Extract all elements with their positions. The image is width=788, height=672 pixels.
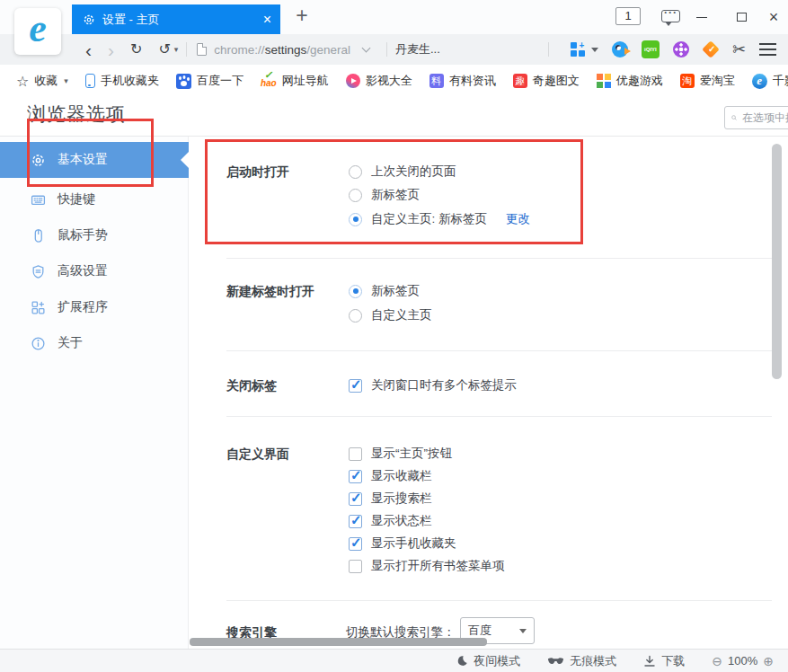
horizontal-scrollbar-thumb[interactable] bbox=[190, 638, 487, 646]
section-divider bbox=[226, 416, 772, 417]
titlebar: e 设置 - 主页 × + 1 × bbox=[0, 0, 788, 34]
checkbox-icon[interactable] bbox=[349, 560, 362, 573]
screenshot-scissors-icon[interactable]: ✂ bbox=[732, 41, 746, 57]
change-homepage-link[interactable]: 更改 bbox=[506, 212, 530, 226]
bookmark-video[interactable]: 影视大全 bbox=[346, 73, 412, 89]
bookmark-baidu[interactable]: 百度一下 bbox=[176, 73, 243, 89]
zoom-in-button[interactable]: ⊕ bbox=[763, 654, 774, 668]
option-label: 自定义主页 bbox=[371, 308, 432, 323]
bookmarks-bar: ☆ 收藏 ▾ 手机收藏夹 百度一下 hao 网址导航 影视大全 料 有料资讯 趣… bbox=[0, 65, 788, 97]
checkbox-show-bookmarks-bar[interactable]: 显示收藏栏 bbox=[349, 469, 432, 483]
search-box-text[interactable]: 丹麦生... bbox=[395, 41, 440, 57]
checkbox-show-open-all-bookmarks[interactable]: 显示打开所有书签菜单项 bbox=[349, 559, 505, 573]
play-icon bbox=[346, 74, 360, 88]
sidebar-item-mouse-gestures[interactable]: 鼠标手势 bbox=[0, 217, 189, 253]
back-button[interactable]: ‹ bbox=[85, 40, 92, 59]
checkbox-show-home-button[interactable]: 显示“主页”按钮 bbox=[349, 447, 452, 461]
radio-option-new-tab-page[interactable]: 新标签页 bbox=[349, 188, 420, 202]
incognito-label: 无痕模式 bbox=[570, 653, 616, 669]
section-label-custom-ui: 自定义界面 bbox=[226, 447, 289, 461]
sidebar-item-label: 基本设置 bbox=[58, 152, 108, 168]
checkbox-icon-checked[interactable] bbox=[349, 515, 362, 528]
minimize-button[interactable] bbox=[685, 0, 719, 34]
tab-close-icon[interactable]: × bbox=[263, 13, 271, 27]
apps-dropdown-caret[interactable] bbox=[591, 48, 598, 52]
favorites-button[interactable]: ☆ 收藏 ▾ bbox=[16, 73, 68, 90]
checkbox-icon-checked[interactable] bbox=[349, 537, 362, 551]
iqiyi-extension-icon[interactable]: iQIYI bbox=[642, 40, 660, 58]
settings-search-input[interactable]: 在选项中搜索 bbox=[724, 106, 788, 129]
checkbox-icon-checked[interactable] bbox=[349, 379, 362, 393]
toolbar-separator bbox=[548, 42, 549, 57]
sidebar-item-shortcuts[interactable]: 快捷键 bbox=[0, 181, 189, 217]
sidebar-item-extensions[interactable]: 扩展程序 bbox=[0, 289, 189, 325]
tab-count-badge[interactable]: 1 bbox=[615, 7, 641, 25]
bookmark-label: 手机收藏夹 bbox=[101, 73, 159, 89]
address-bar[interactable]: chrome://settings/general bbox=[214, 43, 350, 57]
option-label: 关闭窗口时有多个标签提示 bbox=[371, 378, 517, 393]
checkbox-icon-checked[interactable] bbox=[349, 492, 362, 506]
parrot-extension-icon[interactable] bbox=[612, 41, 628, 57]
checkbox-show-search-bar[interactable]: 显示搜索栏 bbox=[349, 491, 432, 506]
qu-badge-icon: 趣 bbox=[513, 74, 527, 88]
new-tab-button[interactable]: + bbox=[289, 4, 314, 28]
bookmark-qianying[interactable]: e 千影9块9包邮 bbox=[752, 73, 788, 89]
checkbox-icon-checked[interactable] bbox=[349, 470, 362, 483]
incognito-mode-toggle[interactable]: 无痕模式 bbox=[547, 653, 616, 669]
apps-grid-icon[interactable]: + bbox=[571, 42, 585, 57]
undo-dropdown-caret[interactable]: ▾ bbox=[174, 45, 179, 54]
bookmark-games[interactable]: 优趣游戏 bbox=[597, 73, 663, 89]
favorites-dropdown-caret[interactable]: ▾ bbox=[64, 76, 68, 85]
radio-option-newtab-newtabpage[interactable]: 新标签页 bbox=[349, 284, 420, 298]
sidebar-item-about[interactable]: 关于 bbox=[0, 325, 189, 361]
address-dropdown-icon[interactable] bbox=[362, 44, 371, 53]
bookmark-hao123[interactable]: hao 网址导航 bbox=[261, 73, 329, 89]
color-grid-icon bbox=[597, 74, 611, 88]
active-tab[interactable]: 设置 - 主页 × bbox=[72, 4, 280, 34]
maximize-button[interactable] bbox=[724, 0, 758, 34]
checkbox-multi-tab-warning[interactable]: 关闭窗口时有多个标签提示 bbox=[349, 378, 517, 393]
radio-icon[interactable] bbox=[349, 165, 362, 179]
selected-engine-label: 百度 bbox=[468, 623, 491, 639]
bookmark-label: 优趣游戏 bbox=[616, 73, 663, 89]
logo-letter: e bbox=[29, 9, 47, 49]
close-window-button[interactable]: × bbox=[757, 0, 788, 34]
radio-option-last-closed[interactable]: 上次关闭的页面 bbox=[349, 164, 456, 179]
radio-icon[interactable] bbox=[349, 189, 362, 202]
feedback-icon[interactable] bbox=[661, 10, 680, 22]
bookmark-label: 千影9块9包邮 bbox=[773, 73, 788, 89]
sidebar-item-label: 高级设置 bbox=[58, 263, 108, 279]
checkbox-icon[interactable] bbox=[349, 447, 362, 461]
minimize-icon bbox=[696, 17, 707, 18]
undo-close-button[interactable]: ↺ bbox=[158, 42, 170, 57]
bookmark-taobao[interactable]: 淘 爱淘宝 bbox=[680, 73, 735, 89]
radio-icon[interactable] bbox=[349, 309, 362, 323]
download-button[interactable]: 下载 bbox=[643, 653, 685, 669]
checkbox-show-status-bar[interactable]: 显示状态栏 bbox=[349, 514, 432, 528]
radio-option-newtab-custom[interactable]: 自定义主页 bbox=[349, 308, 432, 323]
media-extension-icon[interactable] bbox=[673, 41, 689, 57]
bookmark-label: 有料资讯 bbox=[449, 73, 496, 89]
extensions-icon bbox=[31, 300, 46, 315]
vertical-scrollbar-thumb[interactable] bbox=[772, 144, 782, 379]
url-host: settings bbox=[265, 43, 307, 57]
sidebar-item-advanced-settings[interactable]: 高级设置 bbox=[0, 253, 189, 289]
refresh-button[interactable]: ↻ bbox=[130, 42, 142, 57]
sidebar-item-basic-settings[interactable]: 基本设置 bbox=[0, 142, 189, 178]
night-mode-toggle[interactable]: 夜间模式 bbox=[456, 653, 520, 669]
night-mode-label: 夜间模式 bbox=[474, 653, 520, 669]
vip-extension-icon[interactable] bbox=[702, 40, 720, 58]
bookmark-phone-favorites[interactable]: 手机收藏夹 bbox=[85, 73, 159, 89]
menu-icon[interactable] bbox=[759, 43, 776, 45]
radio-icon-selected[interactable] bbox=[349, 285, 362, 298]
bookmark-news[interactable]: 料 有料资讯 bbox=[429, 73, 496, 89]
checkbox-show-phone-favorites[interactable]: 显示手机收藏夹 bbox=[349, 536, 456, 551]
bookmark-fun-pics[interactable]: 趣 奇趣图文 bbox=[513, 73, 580, 89]
forward-button[interactable]: › bbox=[108, 40, 114, 59]
settings-sidebar: 基本设置 快捷键 鼠标手势 高级设置 bbox=[0, 137, 189, 649]
radio-option-custom-homepage[interactable]: 自定义主页: 新标签页 bbox=[349, 212, 487, 226]
option-label: 显示打开所有书签菜单项 bbox=[371, 559, 505, 573]
e-circle-icon: e bbox=[752, 74, 767, 89]
radio-icon-selected[interactable] bbox=[349, 213, 362, 226]
zoom-out-button[interactable]: ⊖ bbox=[712, 654, 722, 668]
